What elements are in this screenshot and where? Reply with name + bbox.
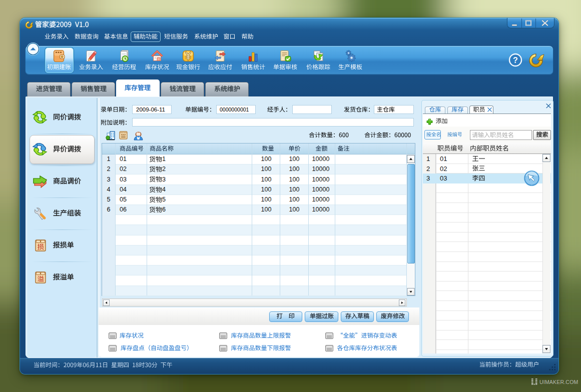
svg-text:?: ? bbox=[513, 56, 518, 64]
